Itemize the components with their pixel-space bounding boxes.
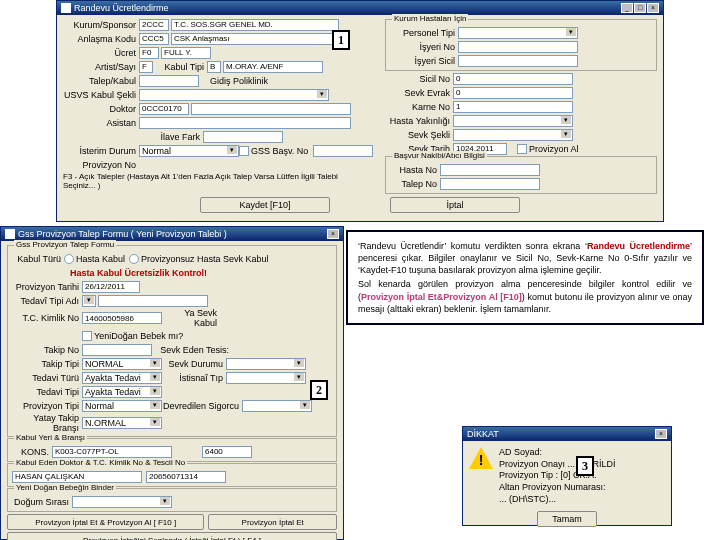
inp-talepkabul[interactable] [139,75,199,87]
combo-isterim[interactable]: Normal [139,145,239,157]
inp-doktortext[interactable] [191,103,351,115]
inp-takipno[interactable] [82,344,152,356]
combo-personeltipi[interactable] [458,27,578,39]
win-msg: DİKKAT× ! AD Soyad: Provizyon Onayı ... … [462,426,672,526]
inp-isyerisicil[interactable] [458,55,578,67]
lbl-yenidogan: YeniDoğan Bebek mı? [94,331,183,341]
cb-proval[interactable] [517,144,527,154]
close-icon[interactable]: × [647,3,659,13]
lbl-doktor: Doktor [63,104,139,114]
inp-isyerino[interactable] [458,41,578,53]
inp-sicilno[interactable]: 0 [453,73,573,85]
lbl-karneno: Karne No [385,102,453,112]
max-icon[interactable]: □ [634,3,646,13]
radio-opt1[interactable] [64,254,74,264]
combo-istisna[interactable] [226,372,306,384]
inp-anlasmatext[interactable]: CSK Anlaşması [171,33,339,45]
btn-kaydet[interactable]: Kaydet [F10] [200,197,330,213]
combo-dogum[interactable] [72,496,172,508]
inp-ucretcode[interactable]: F0 [139,47,159,59]
lbl-usvs: USVS Kabul Şekli [63,90,139,100]
combo-sevkdurum[interactable] [226,358,306,370]
inp-kabultipicode[interactable]: B [207,61,221,73]
btn-iptal[interactable]: İptal [390,197,520,213]
min-icon[interactable]: _ [621,3,633,13]
cb-yenidogan[interactable] [82,331,92,341]
numbox-1: 1 [332,30,350,50]
lbl-sevkdurum: Sevk Durumu [162,359,226,369]
inp-asistan[interactable] [139,117,351,129]
combo-hastayakin[interactable] [453,115,573,127]
combo-provtipi[interactable]: Normal [82,400,162,412]
combo-takipbrans[interactable]: N.ORMAL [82,417,162,429]
btn-proval[interactable]: Provizyon İptal Et & Provizyon Al [ F10 … [7,514,204,530]
lbl-isterim: İsterim Durum [63,146,139,156]
grp-doktor-title: Kabul Eden Doktor & T.C. Kimlik No & Tes… [14,458,187,467]
inp-doktor[interactable]: 0CCC0170 [139,103,189,115]
callout-explain: ‘Randevu Ücretlendir’ komutu verdikten s… [346,230,704,325]
p1red: Randevu Ücretlendirme [587,241,690,251]
inp-talepno[interactable] [440,178,540,190]
opt2: Provizyonsuz Hasta Sevk Kabul [141,254,269,264]
lbl-sicilno: Sicil No [385,74,453,84]
lbl-hastayakin: Hasta Yakınlığı [385,116,453,126]
lbl-ilavefark: İlave Fark [63,132,203,142]
grp-top: Gss Provizyon Talep Formu Kabul Türü Has… [7,245,337,437]
p1a: ‘Randevu Ücretlendir’ komutu verdikten s… [358,241,587,251]
win-provizyon: Gss Provizyon Talep Formu ( Yeni Provizy… [0,226,344,540]
inp-doktorad[interactable]: HASAN ÇALIŞKAN [12,471,142,483]
lbl-proval: Provizyon Al [529,144,579,154]
titlebar-randevu[interactable]: Randevu Ücretlendirme _ □ × [57,1,663,15]
lbl-hastano: Hasta No [390,165,440,175]
inp-ucrettext[interactable]: FULL Y. [161,47,211,59]
grp-kurum-title: Kurum Hastaları İçin [392,14,468,23]
inp-ilavefark[interactable] [203,131,283,143]
grp-top-title: Gss Provizyon Talep Formu [14,240,116,249]
lbl-tckimlik: T.C. Kimlik No [12,313,82,323]
inp-tedtipi[interactable] [98,295,208,307]
btn-tamam[interactable]: Tamam [537,511,597,527]
inp-artist[interactable]: F [139,61,153,73]
inp-gssno[interactable] [313,145,373,157]
lbl-dogum: Doğum Sırası [12,497,72,507]
radio-opt2[interactable] [129,254,139,264]
inp-hastano[interactable] [440,164,540,176]
combo-tedtipi[interactable]: • [82,295,96,307]
titlebar-msg[interactable]: DİKKAT× [463,427,671,441]
inp-karneno[interactable]: 1 [453,101,573,113]
inp-doktorno[interactable]: 20656071314 [146,471,226,483]
inp-konscode[interactable]: K003-C077PT-OL [52,446,172,458]
inp-konsval[interactable]: 6400 [202,446,252,458]
inp-sevkevrak[interactable]: 0 [453,87,573,99]
combo-usvs[interactable] [139,89,329,101]
inp-kabultipitext[interactable]: M.ORAY. A/ENF [223,61,323,73]
lbl-istisna: İstisnaî Tıp [162,373,226,383]
close-icon-3[interactable]: × [655,429,667,439]
msg-l2: Provizyon Onayı ... -VERİLDİ [499,459,616,471]
combo-tedturu[interactable]: Ayakta Tedavi [82,372,162,384]
combo-sevksekli[interactable] [453,129,573,141]
lbl-takipbrans: Yatay Takip Branşı [12,413,82,433]
combo-takiptipi[interactable]: NORMAL [82,358,162,370]
inp-kurumcode[interactable]: 2CCC [139,19,169,31]
inp-tc[interactable]: 14600505986 [82,312,162,324]
lbl-talepkabul: Talep/Kabul [63,76,139,86]
combo-tedtipi2[interactable]: Ayakta Tedavi [82,386,162,398]
close-icon-2[interactable]: × [327,229,339,239]
inp-provtarih[interactable]: 26/12/2011 [82,281,140,293]
titlebar-prov[interactable]: Gss Provizyon Talep Formu ( Yeni Provizy… [1,227,343,241]
body-randevu: Kurum/Sponsor2CCCT.C. SOS.SGR GENEL MD. … [57,15,663,217]
inp-anlasmacode[interactable]: CCC5 [139,33,169,45]
numbox-3: 3 [576,456,594,476]
inp-kurumtext[interactable]: T.C. SOS.SGR GENEL MD. [171,19,339,31]
combo-devr[interactable] [242,400,312,412]
warning-icon: ! [469,447,493,469]
msg-l5: ... (DH\STC)... [499,494,616,506]
lbl-sevkevrak: Sevk Evrak [385,88,453,98]
btn-sonlandir[interactable]: Provizyon İsteğini Sonlandır ( İsteği İp… [7,532,337,540]
cb-gss[interactable] [239,146,249,156]
lbl-takipno: Takip No [12,345,82,355]
btn-proviptal[interactable]: Provizyon İptal Et [208,514,337,530]
lbl-tedturu: Tedavi Türü [12,373,82,383]
lbl-tedavitipi: Tedavî Tipi Adı [12,296,82,306]
